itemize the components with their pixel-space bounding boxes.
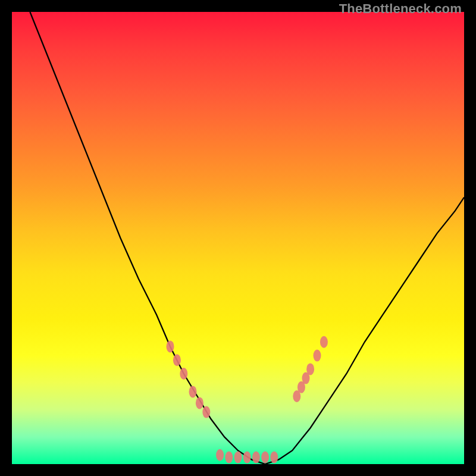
watermark-label: TheBottleneck.com xyxy=(339,1,462,17)
data-marker xyxy=(314,350,321,362)
chart-svg xyxy=(12,12,464,464)
data-marker xyxy=(173,354,181,366)
data-marker xyxy=(180,368,187,380)
data-marker xyxy=(252,452,260,464)
data-marker xyxy=(261,452,269,464)
data-marker xyxy=(202,406,210,418)
data-marker xyxy=(270,452,278,464)
plot-area xyxy=(12,12,464,464)
bottleneck-curve xyxy=(30,12,464,464)
data-marker xyxy=(167,340,174,352)
data-marker xyxy=(320,336,328,348)
data-marker xyxy=(234,452,242,464)
marker-group xyxy=(167,336,328,464)
data-marker xyxy=(196,397,203,409)
data-marker xyxy=(243,452,251,464)
chart-container: TheBottleneck.com xyxy=(0,0,476,476)
data-marker xyxy=(306,363,314,375)
data-marker xyxy=(225,452,233,464)
data-marker xyxy=(216,449,224,461)
data-marker xyxy=(189,386,197,397)
